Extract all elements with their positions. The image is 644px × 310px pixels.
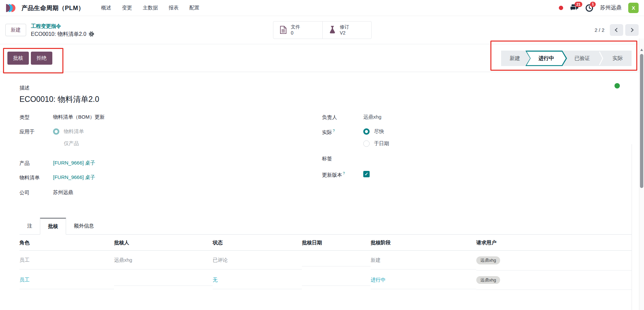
messages-button[interactable]: 21 [570,4,579,12]
control-panel: 新建 工程变更指令 ECO0010: 物料清单2.0 [0,16,644,44]
approve-button[interactable]: 批核 [7,52,29,65]
bom-label: 物料清单 [19,174,53,181]
stage-separator-icon [599,51,604,66]
presence-dot-icon [559,6,563,10]
stage-effective[interactable]: 实际 [604,51,632,66]
tab-approvals[interactable]: 批核 [40,218,66,235]
radio-unselected-icon [363,140,370,147]
flask-icon [329,26,336,35]
pager-previous-button[interactable] [610,24,623,36]
help-icon[interactable]: ? [333,129,335,133]
tags-label: 标签 [322,155,363,162]
type-label: 类型 [19,114,53,121]
table-row[interactable]: 员工 远鼎xhg 已评论 新建 远鼎xhg [19,251,632,270]
approvals-table: 角色 批核人 状态 批核日期 批核阶段 请求用户 员工 远鼎xhg 已评论 新建… [19,235,632,290]
effectivity-option-date[interactable]: 于日期 [363,140,632,147]
description-value[interactable]: ECO0010: 物料清单2.0 [19,94,632,105]
documents-stat-label: 文件 [291,24,300,30]
sheet-right-edge [632,144,632,310]
breadcrumb: 工程变更指令 ECO0010: 物料清单2.0 [31,22,94,38]
form-left-column: 类型 物料清单（BOM）更新 应用于 物料清单 仅产品 产品 [FU [19,114,322,204]
document-icon [279,26,287,35]
update-version-label: 更新版本? [322,171,363,178]
scroll-up-arrow-icon[interactable] [640,49,643,51]
form-sheet: 描述 ECO0010: 物料清单2.0 类型 物料清单（BOM）更新 应用于 物… [0,72,644,310]
bom-value-link[interactable]: [FURN_9666] 桌子 [53,174,322,181]
revisions-stat-value: V2 [340,30,349,37]
stage-validated[interactable]: 已验证 [566,51,599,66]
col-requested-user[interactable]: 请求用户 [476,235,632,251]
col-approval-date[interactable]: 批核日期 [302,235,371,251]
documents-stat-value: 0 [291,30,300,37]
messages-count-badge: 21 [575,2,582,7]
radio-selected-icon [363,128,370,135]
chevron-right-icon [629,28,634,32]
activities-button[interactable]: 1 [585,4,593,12]
requested-user-badge: 远鼎xhg [476,256,500,264]
update-version-checkbox[interactable] [363,171,370,177]
company-switcher[interactable]: 苏州远鼎 [600,4,622,11]
kanban-status-green-icon[interactable] [614,83,620,88]
form-right-column: 负责人 远鼎xhg 实际? 尽快 于日期 [322,114,632,204]
breadcrumb-parent-link[interactable]: 工程变更指令 [31,22,61,30]
table-header-row: 角色 批核人 状态 批核日期 批核阶段 请求用户 [19,235,632,251]
table-row[interactable]: 员工 无 进行中 远鼎xhg [19,270,632,290]
menu-changes[interactable]: 变更 [118,3,136,13]
apply-on-label: 应用于 [19,128,53,135]
stage-bar: 新建 进行中 已验证 实际 [501,51,632,66]
menu-overview[interactable]: 概述 [97,3,115,13]
description-label: 描述 [19,85,632,91]
revisions-stat-label: 修订 [340,24,349,30]
col-role[interactable]: 角色 [19,235,114,251]
main-menu: 概述 变更 主数据 报表 配置 [97,3,204,13]
chevron-left-icon [615,28,619,32]
tab-notes[interactable]: 注 [19,218,40,234]
tab-extra-info[interactable]: 额外信息 [66,218,102,234]
product-value-link[interactable]: [FURN_9666] 桌子 [53,160,322,166]
pager-counter: 2 / 2 [595,27,604,33]
help-icon[interactable]: ? [343,171,345,175]
company-value[interactable]: 苏州远鼎 [53,189,322,196]
menu-configuration[interactable]: 配置 [185,3,204,13]
type-value[interactable]: 物料清单（BOM）更新 [53,114,322,120]
status-bar: 批核 拒绝 新建 进行中 已验证 实际 [0,44,644,72]
radio-selected-icon [53,128,59,135]
apply-on-option-product[interactable]: 仅产品 [53,140,322,147]
company-label: 公司 [19,189,53,196]
gear-icon[interactable] [89,31,94,37]
effectivity-option-asap[interactable]: 尽快 [363,128,632,135]
top-navbar: 产品生命周期（PLM） 概述 变更 主数据 报表 配置 21 [0,0,644,16]
menu-reporting[interactable]: 报表 [165,3,183,13]
menu-master-data[interactable]: 主数据 [139,3,162,13]
revisions-stat-button[interactable]: 修订 V2 [322,21,371,39]
reject-button[interactable]: 拒绝 [31,52,52,65]
stat-buttons: 文件 0 修订 V2 [273,21,372,39]
user-avatar[interactable]: X [628,3,639,13]
vertical-scrollbar[interactable] [639,39,644,310]
apply-on-option-bom[interactable]: 物料清单 [53,128,322,135]
app-title[interactable]: 产品生命周期（PLM） [21,4,85,12]
col-approval-stage[interactable]: 批核阶段 [371,235,476,251]
col-status[interactable]: 状态 [213,235,302,251]
new-button[interactable]: 新建 [5,24,26,36]
notebook-tabs: 注 批核 额外信息 [19,218,632,235]
scrollbar-thumb[interactable] [640,54,643,188]
requested-user-badge: 远鼎xhg [476,276,500,284]
plm-app-logo-icon[interactable] [5,3,18,13]
stage-in-progress[interactable]: 进行中 [526,51,567,66]
col-approver[interactable]: 批核人 [114,235,213,251]
stage-new[interactable]: 新建 [501,51,529,66]
activities-count-badge: 1 [590,2,596,7]
pager-next-button[interactable] [625,24,639,36]
product-label: 产品 [19,160,53,167]
responsible-label: 负责人 [322,114,363,121]
effectivity-label: 实际? [322,128,363,136]
breadcrumb-current-title: ECO0010: 物料清单2.0 [31,30,86,38]
responsible-value[interactable]: 远鼎xhg [363,114,632,120]
documents-stat-button[interactable]: 文件 0 [273,21,322,39]
